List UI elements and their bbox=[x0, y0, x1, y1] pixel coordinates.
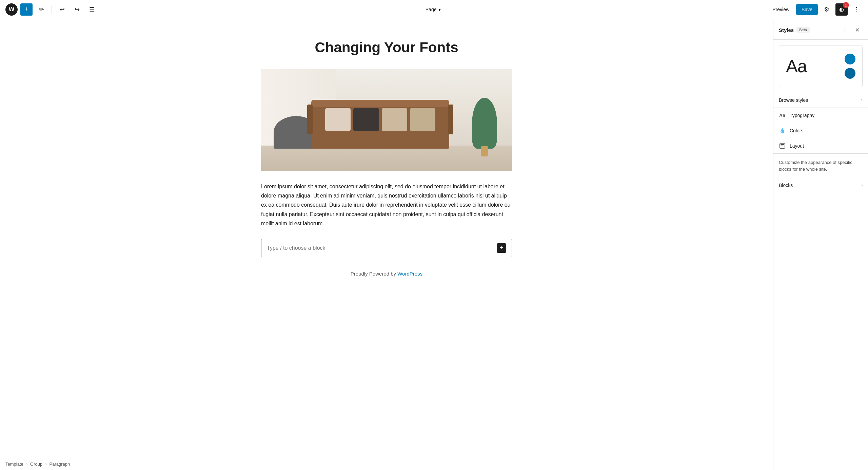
scene-cushions bbox=[325, 108, 436, 131]
panel-title-row: Styles Beta bbox=[779, 27, 810, 33]
site-footer: Proudly Powered by WordPress bbox=[344, 264, 429, 283]
typography-label: Typography bbox=[790, 113, 814, 118]
toolbar: W + ✏ ↩ ↪ ☰ Page ▾ Preview Save ⚙ ◐ 1 ⋮ bbox=[0, 0, 868, 19]
blocks-label: Blocks bbox=[779, 183, 793, 188]
blocks-section: Blocks › bbox=[773, 178, 868, 193]
typography-row-left: Aa Typography bbox=[779, 113, 814, 118]
redo-button[interactable]: ↪ bbox=[71, 3, 83, 16]
scene-plant bbox=[472, 98, 497, 149]
chevron-down-icon: ▾ bbox=[438, 7, 441, 12]
breadcrumb-bar: Template › Group › Paragraph bbox=[0, 458, 434, 470]
post-body-text[interactable]: Lorem ipsum dolor sit amet, consectetur … bbox=[261, 182, 512, 228]
panel-more-button[interactable]: ⋮ bbox=[840, 24, 850, 35]
breadcrumb-sep-1: › bbox=[26, 462, 27, 467]
typography-icon: Aa bbox=[779, 113, 786, 118]
breadcrumb-template[interactable]: Template bbox=[5, 462, 23, 467]
blocks-row[interactable]: Blocks › bbox=[773, 178, 868, 193]
editor-content: Changing Your Fonts bbox=[261, 39, 512, 264]
wordpress-link[interactable]: WordPress bbox=[397, 271, 422, 277]
breadcrumb-paragraph[interactable]: Paragraph bbox=[50, 462, 70, 467]
typography-row[interactable]: Aa Typography bbox=[773, 108, 868, 123]
cushion-2 bbox=[353, 108, 379, 131]
colors-row[interactable]: 💧 Colors bbox=[773, 123, 868, 138]
main-layout: Changing Your Fonts bbox=[0, 19, 868, 470]
browse-styles-label: Browse styles bbox=[779, 97, 808, 103]
colors-row-left: 💧 Colors bbox=[779, 128, 803, 134]
add-block-button[interactable]: + bbox=[20, 3, 33, 16]
panel-header: Styles Beta ⋮ ✕ bbox=[773, 19, 868, 40]
layout-label: Layout bbox=[790, 143, 804, 149]
colors-icon: 💧 bbox=[779, 128, 786, 134]
toolbar-right: Preview Save ⚙ ◐ 1 ⋮ bbox=[768, 3, 863, 16]
panel-title: Styles bbox=[779, 27, 794, 33]
style-preview-card[interactable]: Aa bbox=[779, 45, 863, 87]
block-add-button[interactable]: + bbox=[497, 243, 506, 253]
settings-notification: ⚙ bbox=[821, 3, 833, 16]
cushion-4 bbox=[410, 108, 435, 131]
panel-description: Customize the appearance of specific blo… bbox=[773, 154, 868, 178]
post-title[interactable]: Changing Your Fonts bbox=[261, 39, 512, 56]
breadcrumb-sep-2: › bbox=[45, 462, 46, 467]
typography-section: Aa Typography 💧 Colors bbox=[773, 108, 868, 154]
cushion-3 bbox=[382, 108, 407, 131]
browse-styles-row[interactable]: Browse styles › bbox=[773, 93, 868, 108]
page-label: Page bbox=[426, 7, 437, 12]
color-dot-primary bbox=[845, 54, 855, 64]
editor-area: Changing Your Fonts bbox=[0, 19, 773, 470]
notification-badge: 1 bbox=[843, 2, 849, 8]
layout-icon bbox=[779, 143, 786, 149]
block-input-row: + bbox=[261, 239, 512, 257]
edit-button[interactable]: ✏ bbox=[35, 3, 47, 16]
color-dot-secondary bbox=[845, 68, 855, 79]
wp-logo-icon[interactable]: W bbox=[5, 3, 18, 16]
toolbar-center: Page ▾ bbox=[101, 5, 766, 14]
dark-mode-notification: ◐ 1 bbox=[835, 3, 848, 16]
list-view-button[interactable]: ☰ bbox=[86, 3, 98, 16]
panel-close-button[interactable]: ✕ bbox=[852, 24, 863, 35]
styles-panel: Styles Beta ⋮ ✕ Aa Browse styles › bbox=[773, 19, 868, 470]
colors-label: Colors bbox=[790, 128, 803, 133]
browse-styles-chevron: › bbox=[861, 98, 863, 102]
preview-colors bbox=[845, 54, 855, 79]
settings-button[interactable]: ⚙ bbox=[821, 3, 833, 16]
panel-description-text: Customize the appearance of specific blo… bbox=[779, 160, 852, 172]
blocks-chevron: › bbox=[861, 183, 863, 188]
save-button[interactable]: Save bbox=[796, 4, 818, 15]
scene-floor bbox=[261, 146, 512, 171]
preview-button[interactable]: Preview bbox=[768, 4, 793, 15]
page-indicator[interactable]: Page ▾ bbox=[422, 5, 445, 14]
post-image bbox=[261, 69, 512, 171]
beta-badge: Beta bbox=[796, 27, 810, 33]
powered-text: Proudly Powered by bbox=[351, 271, 397, 277]
sofa-arm-right bbox=[448, 105, 453, 134]
layout-row-left: Layout bbox=[779, 143, 804, 149]
block-input[interactable] bbox=[267, 245, 493, 251]
panel-header-actions: ⋮ ✕ bbox=[840, 24, 863, 35]
cushion-1 bbox=[325, 108, 351, 131]
toolbar-divider-1 bbox=[52, 5, 52, 14]
breadcrumb-group[interactable]: Group bbox=[30, 462, 42, 467]
preview-typography-text: Aa bbox=[786, 56, 807, 76]
undo-button[interactable]: ↩ bbox=[56, 3, 68, 16]
more-options-button[interactable]: ⋮ bbox=[850, 3, 863, 16]
scene-sofa bbox=[311, 106, 449, 149]
browse-styles-section: Browse styles › bbox=[773, 93, 868, 108]
layout-row[interactable]: Layout bbox=[773, 138, 868, 153]
